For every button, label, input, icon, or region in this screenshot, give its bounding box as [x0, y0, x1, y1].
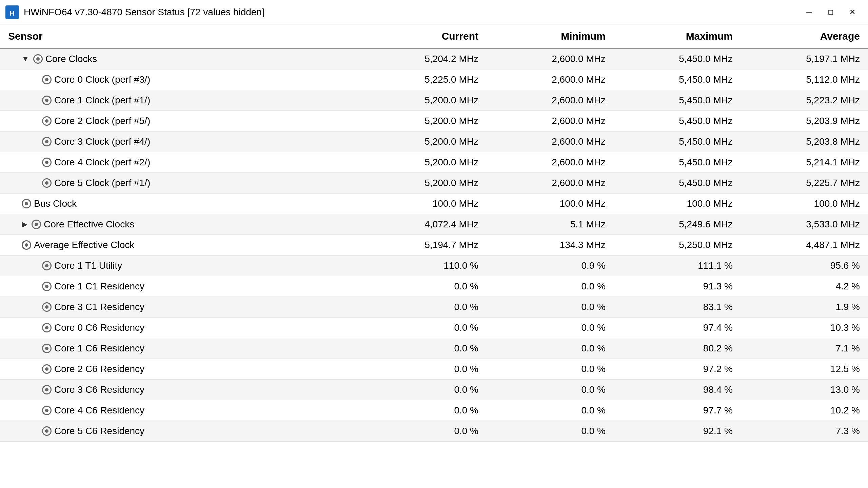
- sensor-maximum: 91.3 %: [614, 276, 741, 297]
- sensor-average: 5,214.1 MHz: [741, 152, 868, 173]
- table-row[interactable]: Core 1 T1 Utility110.0 %0.9 %111.1 %95.6…: [0, 256, 868, 276]
- table-row[interactable]: Core 1 Clock (perf #1/)5,200.0 MHz2,600.…: [0, 90, 868, 111]
- sensor-circle-icon: [42, 426, 52, 436]
- sensor-name-cell: Core 5 Clock (perf #1/): [8, 178, 351, 188]
- sensor-current: 100.0 MHz: [359, 194, 487, 214]
- close-button[interactable]: ✕: [842, 4, 863, 20]
- sensor-circle-icon: [42, 96, 52, 105]
- sensor-label: Core 0 C6 Residency: [54, 322, 144, 333]
- sensor-minimum: 0.0 %: [487, 338, 614, 359]
- svg-text:H: H: [10, 9, 15, 17]
- table-row[interactable]: Core 5 Clock (perf #1/)5,200.0 MHz2,600.…: [0, 173, 868, 194]
- sensor-maximum: 97.2 %: [614, 359, 741, 380]
- sensor-current: 5,200.0 MHz: [359, 131, 487, 152]
- expand-arrow-icon[interactable]: ▶: [22, 220, 27, 229]
- sensor-name-cell: Core 1 Clock (perf #1/): [8, 95, 351, 106]
- sensor-circle-icon: [42, 406, 52, 415]
- table-row[interactable]: Core 3 Clock (perf #4/)5,200.0 MHz2,600.…: [0, 131, 868, 152]
- sensor-maximum: 5,450.0 MHz: [614, 111, 741, 131]
- sensor-circle-icon: [42, 178, 52, 188]
- sensor-name-cell: Core 2 Clock (perf #5/): [8, 116, 351, 126]
- header-maximum: Maximum: [614, 24, 741, 48]
- sensor-average: 4.2 %: [741, 276, 868, 297]
- sensor-maximum: 80.2 %: [614, 338, 741, 359]
- sensor-current: 5,194.7 MHz: [359, 235, 487, 256]
- sensor-name-cell: Core 5 C6 Residency: [8, 426, 351, 436]
- sensor-label: Core 1 C6 Residency: [54, 343, 144, 354]
- sensor-name-cell: Core 2 C6 Residency: [8, 364, 351, 374]
- sensor-current: 0.0 %: [359, 338, 487, 359]
- sensor-minimum: 0.0 %: [487, 359, 614, 380]
- sensor-average: 7.1 %: [741, 338, 868, 359]
- minimize-button[interactable]: ─: [799, 4, 819, 20]
- table-row[interactable]: ▼Core Clocks5,204.2 MHz2,600.0 MHz5,450.…: [0, 48, 868, 69]
- sensor-average: 10.2 %: [741, 400, 868, 421]
- sensor-name-cell: Core 1 C6 Residency: [8, 343, 351, 354]
- restore-button[interactable]: □: [821, 4, 841, 20]
- sensor-circle-icon: [42, 344, 52, 353]
- table-row[interactable]: ▶Core Effective Clocks4,072.4 MHz5.1 MHz…: [0, 214, 868, 235]
- sensor-circle-icon: [42, 282, 52, 291]
- sensor-average: 5,203.9 MHz: [741, 111, 868, 131]
- sensor-label: Core 0 Clock (perf #3/): [54, 74, 150, 85]
- sensor-current: 0.0 %: [359, 421, 487, 442]
- table-row[interactable]: Core 5 C6 Residency0.0 %0.0 %92.1 %7.3 %: [0, 421, 868, 442]
- table-row[interactable]: Core 2 C6 Residency0.0 %0.0 %97.2 %12.5 …: [0, 359, 868, 380]
- sensor-current: 5,200.0 MHz: [359, 152, 487, 173]
- sensor-current: 0.0 %: [359, 318, 487, 338]
- table-row[interactable]: Core 1 C1 Residency0.0 %0.0 %91.3 %4.2 %: [0, 276, 868, 297]
- table-row[interactable]: Core 1 C6 Residency0.0 %0.0 %80.2 %7.1 %: [0, 338, 868, 359]
- sensor-circle-icon: [42, 116, 52, 126]
- sensor-maximum: 5,450.0 MHz: [614, 131, 741, 152]
- table-row[interactable]: Bus Clock100.0 MHz100.0 MHz100.0 MHz100.…: [0, 194, 868, 214]
- table-row[interactable]: Average Effective Clock5,194.7 MHz134.3 …: [0, 235, 868, 256]
- sensor-current: 5,225.0 MHz: [359, 69, 487, 90]
- table-row[interactable]: Core 4 C6 Residency0.0 %0.0 %97.7 %10.2 …: [0, 400, 868, 421]
- titlebar-buttons: ─ □ ✕: [799, 4, 863, 20]
- table-row[interactable]: Core 0 C6 Residency0.0 %0.0 %97.4 %10.3 …: [0, 318, 868, 338]
- sensor-current: 0.0 %: [359, 380, 487, 400]
- table-row[interactable]: Core 3 C1 Residency0.0 %0.0 %83.1 %1.9 %: [0, 297, 868, 318]
- table-row[interactable]: Core 3 C6 Residency0.0 %0.0 %98.4 %13.0 …: [0, 380, 868, 400]
- sensor-maximum: 5,450.0 MHz: [614, 152, 741, 173]
- hwinfo-icon: H: [5, 5, 19, 19]
- sensor-current: 5,200.0 MHz: [359, 111, 487, 131]
- sensor-average: 3,533.0 MHz: [741, 214, 868, 235]
- sensor-maximum: 5,250.0 MHz: [614, 235, 741, 256]
- sensor-label: Core 1 Clock (perf #1/): [54, 95, 150, 106]
- sensor-name-cell: Core 0 Clock (perf #3/): [8, 74, 351, 85]
- sensor-name-cell: Average Effective Clock: [8, 240, 351, 250]
- sensor-current: 0.0 %: [359, 276, 487, 297]
- sensor-average: 1.9 %: [741, 297, 868, 318]
- sensor-circle-icon: [42, 302, 52, 312]
- sensor-minimum: 2,600.0 MHz: [487, 152, 614, 173]
- sensor-label: Core 4 C6 Residency: [54, 405, 144, 416]
- sensor-current: 0.0 %: [359, 297, 487, 318]
- sensor-average: 12.5 %: [741, 359, 868, 380]
- table-row[interactable]: Core 2 Clock (perf #5/)5,200.0 MHz2,600.…: [0, 111, 868, 131]
- table-row[interactable]: Core 4 Clock (perf #2/)5,200.0 MHz2,600.…: [0, 152, 868, 173]
- sensor-current: 5,200.0 MHz: [359, 90, 487, 111]
- sensor-label: Average Effective Clock: [34, 240, 134, 250]
- sensor-label: Core Clocks: [45, 54, 97, 64]
- sensor-average: 5,203.8 MHz: [741, 131, 868, 152]
- sensor-minimum: 0.9 %: [487, 256, 614, 276]
- expand-arrow-icon[interactable]: ▼: [22, 55, 29, 63]
- sensor-name-cell: Core 3 C1 Residency: [8, 302, 351, 312]
- sensor-name-cell: Core 3 C6 Residency: [8, 384, 351, 395]
- titlebar: H HWiNFO64 v7.30-4870 Sensor Status [72 …: [0, 0, 868, 24]
- sensor-minimum: 0.0 %: [487, 276, 614, 297]
- sensor-label: Core 1 T1 Utility: [54, 260, 122, 271]
- sensor-maximum: 5,450.0 MHz: [614, 48, 741, 69]
- sensor-circle-icon: [32, 220, 41, 229]
- sensor-average: 95.6 %: [741, 256, 868, 276]
- table-row[interactable]: Core 0 Clock (perf #3/)5,225.0 MHz2,600.…: [0, 69, 868, 90]
- sensor-circle-icon: [42, 137, 52, 146]
- sensor-average: 13.0 %: [741, 380, 868, 400]
- sensor-maximum: 97.4 %: [614, 318, 741, 338]
- sensor-average: 5,225.7 MHz: [741, 173, 868, 194]
- sensor-label: Core 1 C1 Residency: [54, 281, 144, 292]
- table-header-row: Sensor Current Minimum Maximum Average: [0, 24, 868, 48]
- main-window: H HWiNFO64 v7.30-4870 Sensor Status [72 …: [0, 0, 868, 488]
- sensor-label: Core 3 C1 Residency: [54, 302, 144, 312]
